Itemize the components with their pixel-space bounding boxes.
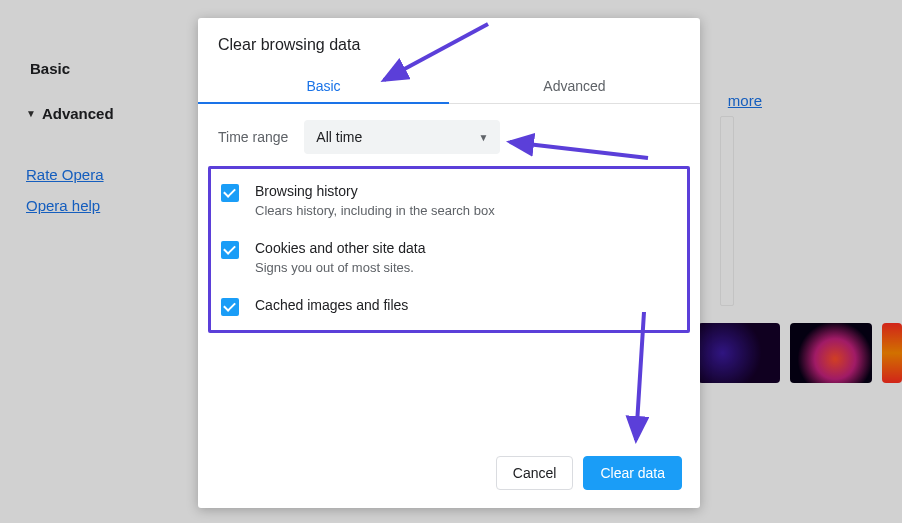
dialog-tabs: Basic Advanced: [198, 68, 700, 104]
cancel-button[interactable]: Cancel: [496, 456, 574, 490]
option-desc: Signs you out of most sites.: [255, 260, 425, 275]
dialog-body: Time range All time ▼ Browsing history C…: [198, 104, 700, 442]
clear-data-button[interactable]: Clear data: [583, 456, 682, 490]
option-title: Cached images and files: [255, 297, 408, 313]
caret-down-icon: ▼: [478, 132, 488, 143]
checkbox-checked[interactable]: [221, 298, 239, 316]
option-title: Cookies and other site data: [255, 240, 425, 256]
option-browsing-history[interactable]: Browsing history Clears history, includi…: [221, 183, 677, 218]
time-range-value: All time: [316, 129, 362, 145]
annotation-highlight-box: Browsing history Clears history, includi…: [208, 166, 690, 333]
tab-advanced[interactable]: Advanced: [449, 68, 700, 103]
time-range-row: Time range All time ▼: [198, 104, 700, 166]
checkbox-checked[interactable]: [221, 241, 239, 259]
dialog-footer: Cancel Clear data: [198, 442, 700, 508]
time-range-label: Time range: [218, 129, 288, 145]
option-cache[interactable]: Cached images and files: [221, 297, 677, 316]
tab-basic[interactable]: Basic: [198, 68, 449, 103]
option-desc: Clears history, including in the search …: [255, 203, 495, 218]
clear-data-dialog: Clear browsing data Basic Advanced Time …: [198, 18, 700, 508]
option-text: Browsing history Clears history, includi…: [255, 183, 495, 218]
option-text: Cookies and other site data Signs you ou…: [255, 240, 425, 275]
dialog-title: Clear browsing data: [198, 18, 700, 68]
option-title: Browsing history: [255, 183, 495, 199]
checkbox-checked[interactable]: [221, 184, 239, 202]
option-cookies[interactable]: Cookies and other site data Signs you ou…: [221, 240, 677, 275]
option-text: Cached images and files: [255, 297, 408, 316]
time-range-select[interactable]: All time ▼: [304, 120, 500, 154]
